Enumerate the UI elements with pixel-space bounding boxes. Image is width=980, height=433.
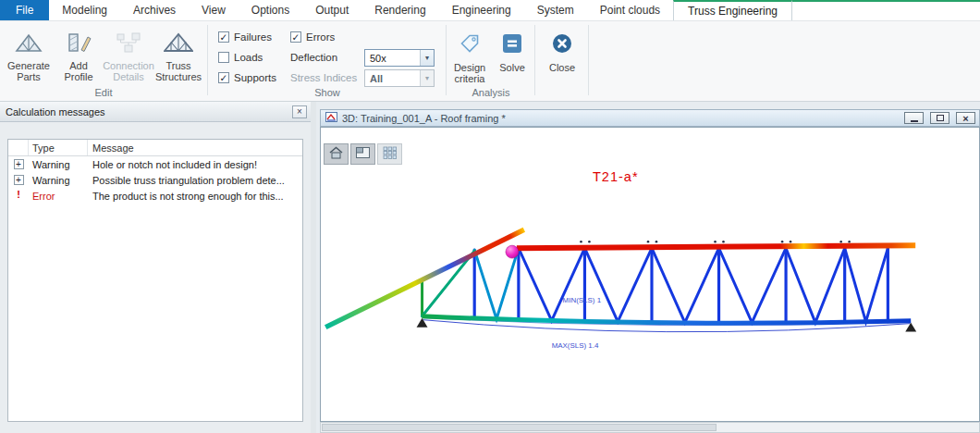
ribbon-group-show: Failures Loads Supports Errors Deflectio… xyxy=(209,21,446,101)
errors-checkbox[interactable]: Errors xyxy=(290,30,335,43)
error-exclamation-icon: ! xyxy=(14,191,24,201)
generate-parts-button[interactable]: Generate Parts xyxy=(4,25,54,90)
application-window: File Modeling Archives View Options Outp… xyxy=(0,0,980,433)
failures-checkbox[interactable]: Failures xyxy=(218,30,272,43)
table-row[interactable]: ! Error The product is not strong enough… xyxy=(8,188,302,204)
expander-column-header xyxy=(8,140,29,155)
max-sls-label: MAX(SLS) 1.4 xyxy=(552,341,599,350)
ribbon-divider xyxy=(207,25,208,95)
panel-close-button[interactable]: × xyxy=(292,105,307,118)
menu-item-engineering[interactable]: Engineering xyxy=(439,0,524,20)
equals-icon xyxy=(500,31,524,58)
connection-details-button[interactable]: Connection Details xyxy=(104,25,153,90)
type-column-header[interactable]: Type xyxy=(29,140,88,155)
viewport-canvas[interactable]: MIN(SLS) 1 MAX(SLS) 1.4 xyxy=(320,127,980,422)
loads-checkbox[interactable]: Loads xyxy=(218,50,263,64)
table-row[interactable]: + Warning Hole or notch not included in … xyxy=(8,156,302,172)
menu-file-tab[interactable]: File xyxy=(0,0,49,20)
checkbox-icon[interactable] xyxy=(218,72,229,83)
table-header-row: Type Message xyxy=(8,140,302,156)
maximize-button[interactable] xyxy=(930,112,949,124)
truss-name-label: T21-a* xyxy=(593,169,639,184)
close-ribbon-button[interactable]: Close xyxy=(540,25,584,90)
group-label-analysis: Analysis xyxy=(447,87,534,98)
home-view-button[interactable] xyxy=(324,143,349,165)
supports-checkbox[interactable]: Supports xyxy=(218,70,276,84)
solve-button[interactable]: Solve xyxy=(492,25,533,90)
grid-view-button[interactable] xyxy=(377,143,402,165)
menu-item-modeling[interactable]: Modeling xyxy=(49,0,120,20)
design-criteria-button[interactable]: Design criteria xyxy=(448,25,491,90)
dropdown-arrow-icon: ▾ xyxy=(420,70,434,86)
calculation-messages-panel: Calculation messages × Type Message + Wa… xyxy=(0,102,311,433)
dropdown-arrow-icon[interactable]: ▾ xyxy=(420,50,434,66)
plan-view-button[interactable] xyxy=(350,143,375,165)
connection-icon xyxy=(115,31,142,56)
view-window-icon xyxy=(325,112,337,124)
plan-view-icon xyxy=(355,146,371,162)
menu-item-output[interactable]: Output xyxy=(302,0,361,20)
horizontal-scrollbar[interactable] xyxy=(320,422,980,433)
grid-view-icon xyxy=(383,146,398,162)
menu-item-system[interactable]: System xyxy=(524,0,587,20)
checkbox-icon[interactable] xyxy=(290,31,301,43)
scrollbar-thumb[interactable] xyxy=(322,424,717,431)
table-row[interactable]: + Warning Possible truss triangulation p… xyxy=(8,172,302,188)
menu-item-point-clouds[interactable]: Point clouds xyxy=(587,0,673,20)
message-type: Warning xyxy=(29,175,88,186)
deflection-select[interactable]: 50x ▾ xyxy=(364,49,435,67)
truss-structure-icon xyxy=(164,31,193,56)
stress-indices-label: Stress Indices xyxy=(290,72,357,83)
checkbox-icon[interactable] xyxy=(218,31,229,43)
message-text: The product is not strong enough for thi… xyxy=(88,191,302,202)
content-area: Calculation messages × Type Message + Wa… xyxy=(0,102,980,433)
min-sls-label: MIN(SLS) 1 xyxy=(563,296,602,304)
expand-icon[interactable]: + xyxy=(14,175,24,185)
group-label-edit: Edit xyxy=(0,87,207,98)
truss-icon xyxy=(15,31,43,56)
ribbon-divider xyxy=(534,25,535,95)
tag-icon xyxy=(458,31,482,58)
truss-3d-render[interactable]: MIN(SLS) 1 MAX(SLS) 1.4 xyxy=(321,128,979,421)
message-column-header[interactable]: Message xyxy=(88,140,302,155)
stress-indices-select[interactable]: All ▾ xyxy=(364,69,435,87)
ribbon-group-analysis: Design criteria Solve Analysis xyxy=(447,21,534,101)
panel-title: Calculation messages xyxy=(6,106,292,118)
ribbon: Generate Parts Add Profile xyxy=(0,21,980,102)
menu-bar: File Modeling Archives View Options Outp… xyxy=(0,0,980,21)
menu-item-archives[interactable]: Archives xyxy=(120,0,189,20)
close-window-button[interactable]: × xyxy=(956,112,975,124)
home-view-icon xyxy=(328,145,344,163)
messages-table: Type Message + Warning Hole or notch not… xyxy=(7,139,303,422)
menu-item-rendering[interactable]: Rendering xyxy=(361,0,438,20)
message-type: Error xyxy=(29,191,88,202)
group-label-show: Show xyxy=(209,87,446,98)
minimize-button[interactable] xyxy=(904,112,924,124)
menu-spacer xyxy=(792,0,980,20)
ribbon-divider xyxy=(588,25,589,95)
canvas-toolbar xyxy=(324,143,402,165)
truss-structures-button[interactable]: Truss Structures xyxy=(153,25,203,90)
viewport-title: 3D: Training_001_A - Roof framing * xyxy=(342,113,898,124)
expand-icon[interactable]: + xyxy=(14,159,24,169)
profile-icon xyxy=(65,31,92,56)
viewport-titlebar[interactable]: 3D: Training_001_A - Roof framing * × xyxy=(320,109,980,127)
checkbox-icon[interactable] xyxy=(218,52,229,63)
menu-item-view[interactable]: View xyxy=(189,0,239,20)
tab-truss-engineering[interactable]: Truss Engineering xyxy=(673,0,792,20)
ribbon-divider xyxy=(446,25,447,95)
message-type: Warning xyxy=(29,159,88,170)
message-text: Hole or notch not included in design! xyxy=(88,159,302,170)
menu-item-options[interactable]: Options xyxy=(239,0,302,20)
deflection-label: Deflection xyxy=(290,52,337,63)
viewport-window: 3D: Training_001_A - Roof framing * × xyxy=(316,102,980,433)
close-circle-icon xyxy=(550,31,574,58)
message-text: Possible truss triangulation problem det… xyxy=(88,175,302,186)
ribbon-group-edit: Generate Parts Add Profile xyxy=(0,21,207,101)
panel-header: Calculation messages × xyxy=(0,102,311,122)
add-profile-button[interactable]: Add Profile xyxy=(54,25,104,90)
